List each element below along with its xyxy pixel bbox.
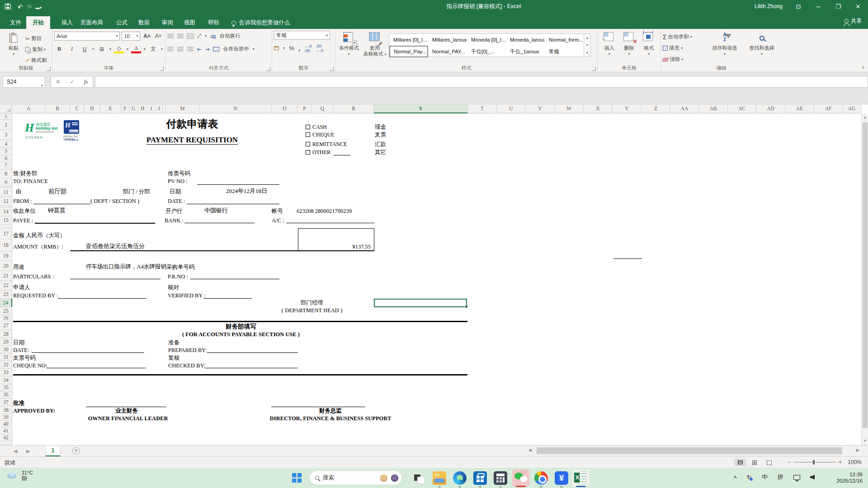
column-header-AB[interactable]: AB <box>699 104 728 113</box>
orientation-icon[interactable]: ⤢ <box>197 33 201 39</box>
zoom-in-icon[interactable]: + <box>839 459 842 465</box>
format-cells-button[interactable]: |←→| 格式▾ <box>639 31 659 64</box>
column-header-D[interactable]: D <box>85 104 100 113</box>
conditional-formatting-button[interactable]: ≠ 条件格式▾ <box>337 31 361 64</box>
zoom-out-icon[interactable]: − <box>788 459 791 465</box>
font-dialog-launcher[interactable] <box>160 67 164 71</box>
column-header-AE[interactable]: AE <box>785 104 814 113</box>
cell-style-Millares [0]_I...[interactable]: Millares [0]_I... <box>389 34 428 46</box>
weather-widget[interactable]: 11°C阴 <box>6 470 33 482</box>
hidden-icons-chevron[interactable]: ˄ <box>734 474 737 481</box>
font-name-combobox[interactable]: Arial▾ <box>54 32 120 41</box>
column-header-X[interactable]: X <box>584 104 613 113</box>
column-header-V[interactable]: V <box>526 104 555 113</box>
autosum-button[interactable]: Σ自动求和▾ <box>663 32 706 42</box>
row-header-20[interactable]: 20 <box>0 261 12 271</box>
row-header-14[interactable]: 14 <box>0 207 12 216</box>
scroll-down-icon[interactable]: ▼ <box>862 437 868 445</box>
column-header-M[interactable]: M <box>166 104 199 113</box>
row-header-3[interactable]: 3 <box>0 130 12 140</box>
zoom-level[interactable]: 100% <box>848 459 862 465</box>
row-header-34[interactable]: 34 <box>0 376 12 384</box>
tab-审阅[interactable]: 审阅 <box>156 16 179 29</box>
cell-style-Millares_laroux[interactable]: Millares_laroux <box>428 34 467 46</box>
align-center-icon[interactable] <box>177 47 184 52</box>
fill-color-icon[interactable]: ◇ <box>114 45 124 53</box>
taskbar-app-wechat-tile[interactable] <box>512 469 529 487</box>
taskbar-search[interactable]: 搜索 <box>309 470 402 485</box>
row-header-27[interactable]: 27 <box>0 321 12 330</box>
copy-button[interactable]: 复制 ▾ <box>25 44 47 55</box>
zoom-slider[interactable]: − + <box>788 459 842 465</box>
row-header-17[interactable]: 17 <box>0 228 12 239</box>
column-header-F[interactable]: F <box>121 104 129 113</box>
paste-button[interactable]: 粘贴▾ <box>2 31 25 64</box>
row-header-7[interactable]: 7 <box>0 162 12 169</box>
decrease-indent-icon[interactable]: ⇤ <box>197 46 202 52</box>
align-bottom-icon[interactable] <box>187 34 193 38</box>
tab-视图[interactable]: 视图 <box>178 16 202 29</box>
selected-cell-S24[interactable] <box>374 299 467 307</box>
row-header-35[interactable]: 35 <box>0 384 12 391</box>
undo-icon[interactable]: ↶▾ <box>18 2 20 13</box>
column-header-AA[interactable]: AA <box>670 104 699 113</box>
column-header-P[interactable]: P <box>298 104 311 113</box>
customize-qat-icon[interactable]: ▬▾ <box>36 3 42 13</box>
worksheet-grid[interactable]: ABCDEFGHIJMNOPQRSTUVWXYZAAABACADAEAFAG 1… <box>0 104 868 445</box>
shrink-font-icon[interactable]: A˅ <box>154 32 163 41</box>
row-header-23[interactable]: 23 <box>0 291 12 299</box>
cell-style-Normal_Pay...[interactable]: Normal_Pay... <box>389 46 428 57</box>
column-header-U[interactable]: U <box>497 104 526 113</box>
format-as-table-button[interactable]: 套用 表格格式 ▾ <box>361 31 389 64</box>
row-header-25[interactable]: 25 <box>0 307 12 315</box>
taskbar-app-wechat[interactable] <box>514 471 528 485</box>
row-header-36[interactable]: 36 <box>0 391 12 399</box>
increase-decimal-icon[interactable]: ←.0.00 <box>304 44 312 53</box>
row-header-8[interactable]: 8 <box>0 169 12 178</box>
styles-dialog-launcher[interactable] <box>592 67 596 71</box>
column-header-T[interactable]: T <box>468 104 497 113</box>
name-box[interactable]: S24▾ <box>3 76 45 88</box>
horizontal-scrollbar[interactable]: ◀ ▶ <box>527 447 861 455</box>
taskbar-app-task-view[interactable] <box>412 471 426 485</box>
taskbar-app-excel[interactable]: X <box>574 471 587 484</box>
scroll-up-icon[interactable]: ▲ <box>862 113 868 122</box>
account-user[interactable]: Lilith Zhong <box>748 3 789 9</box>
number-format-combobox[interactable]: 常规▾ <box>274 31 330 40</box>
taskbar-app-file-explorer[interactable] <box>433 471 446 485</box>
column-header-A[interactable]: A <box>12 104 45 113</box>
tell-me-box[interactable]: 告诉我你想要做什么 <box>231 19 290 27</box>
row-header-28[interactable]: 28 <box>0 330 12 338</box>
new-sheet-icon[interactable]: + <box>72 447 80 455</box>
row-header-33[interactable]: 33 <box>0 369 12 376</box>
cell-style-千位[0]_...[interactable]: 千位[0]_... <box>467 46 506 57</box>
tab-帮助[interactable]: 帮助 <box>202 16 226 29</box>
sheet-nav-prev-icon[interactable]: ◀ <box>14 448 17 454</box>
percent-icon[interactable]: % <box>289 45 295 52</box>
column-header-B[interactable]: B <box>45 104 70 113</box>
bold-icon[interactable]: B <box>54 45 64 54</box>
accounting-format-icon[interactable]: 🗔 <box>274 46 279 51</box>
scroll-left-icon[interactable]: ◀ <box>528 448 532 452</box>
font-color-icon[interactable]: A <box>131 45 141 53</box>
column-header-AC[interactable]: AC <box>728 104 756 113</box>
row-header-31[interactable]: 31 <box>0 353 12 361</box>
column-header-Q[interactable]: Q <box>311 104 334 113</box>
enter-icon[interactable]: ✓ <box>70 79 75 85</box>
wrap-text-button[interactable]: 自动换行 <box>220 33 241 39</box>
number-dialog-launcher[interactable] <box>330 67 334 71</box>
sort-filter-button[interactable]: AZ 排序和筛选▾ <box>706 31 743 64</box>
comma-icon[interactable]: , <box>298 45 300 52</box>
ribbon-display-options-icon[interactable]: ⊡ <box>788 0 808 14</box>
column-header-E[interactable]: E <box>100 104 121 113</box>
sync-icon[interactable]: ↻ <box>747 474 752 481</box>
zoom-knob[interactable] <box>813 460 815 465</box>
grow-font-icon[interactable]: A˄ <box>142 32 151 41</box>
close-icon[interactable]: ✕ <box>848 0 868 14</box>
row-header-43[interactable] <box>0 441 12 445</box>
italic-icon[interactable]: I <box>67 45 77 54</box>
ime-language-icon[interactable]: 中 <box>762 473 768 481</box>
checkbox-remittance[interactable] <box>306 142 310 146</box>
vertical-scroll-thumb[interactable] <box>863 122 868 428</box>
select-all-corner[interactable] <box>0 104 12 113</box>
